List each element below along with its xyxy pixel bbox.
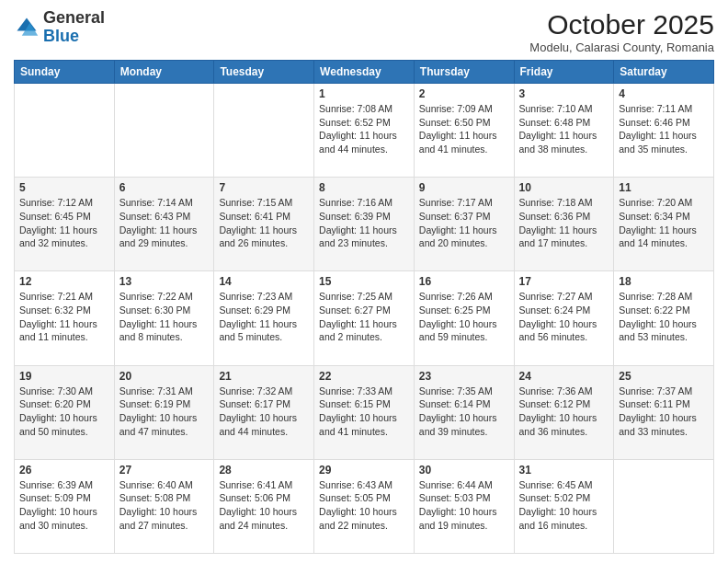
day-info: Sunrise: 7:12 AM Sunset: 6:45 PM Dayligh… xyxy=(19,196,109,250)
calendar-cell xyxy=(614,459,714,553)
calendar-cell: 15Sunrise: 7:25 AM Sunset: 6:27 PM Dayli… xyxy=(314,271,415,365)
weekday-header: Monday xyxy=(114,61,214,84)
weekday-header: Tuesday xyxy=(214,61,314,84)
day-info: Sunrise: 7:32 AM Sunset: 6:17 PM Dayligh… xyxy=(219,385,309,439)
calendar-cell xyxy=(114,84,214,178)
day-number: 10 xyxy=(519,181,609,194)
day-number: 26 xyxy=(19,464,109,477)
day-number: 19 xyxy=(19,370,109,383)
day-number: 23 xyxy=(419,370,509,383)
calendar-cell: 8Sunrise: 7:16 AM Sunset: 6:39 PM Daylig… xyxy=(314,178,415,271)
calendar-cell: 18Sunrise: 7:28 AM Sunset: 6:22 PM Dayli… xyxy=(614,271,714,365)
calendar-week-row: 12Sunrise: 7:21 AM Sunset: 6:32 PM Dayli… xyxy=(15,271,714,365)
calendar-cell: 20Sunrise: 7:31 AM Sunset: 6:19 PM Dayli… xyxy=(114,365,214,459)
calendar-cell: 21Sunrise: 7:32 AM Sunset: 6:17 PM Dayli… xyxy=(214,365,314,459)
calendar-cell: 31Sunrise: 6:45 AM Sunset: 5:02 PM Dayli… xyxy=(514,459,614,553)
weekday-header: Sunday xyxy=(15,61,115,84)
day-info: Sunrise: 6:44 AM Sunset: 5:03 PM Dayligh… xyxy=(419,478,509,533)
day-number: 20 xyxy=(119,370,210,383)
calendar-cell xyxy=(214,84,314,178)
day-number: 15 xyxy=(319,275,409,288)
day-info: Sunrise: 7:10 AM Sunset: 6:48 PM Dayligh… xyxy=(519,102,609,156)
day-number: 9 xyxy=(419,181,509,194)
calendar-cell: 10Sunrise: 7:18 AM Sunset: 6:36 PM Dayli… xyxy=(514,178,614,271)
day-number: 25 xyxy=(619,370,709,383)
calendar-cell: 5Sunrise: 7:12 AM Sunset: 6:45 PM Daylig… xyxy=(15,178,115,271)
day-number: 3 xyxy=(519,87,609,100)
day-info: Sunrise: 7:11 AM Sunset: 6:46 PM Dayligh… xyxy=(619,102,709,156)
day-number: 28 xyxy=(219,464,309,477)
day-info: Sunrise: 7:18 AM Sunset: 6:36 PM Dayligh… xyxy=(519,196,609,250)
day-info: Sunrise: 6:45 AM Sunset: 5:02 PM Dayligh… xyxy=(519,478,609,533)
calendar-cell: 2Sunrise: 7:09 AM Sunset: 6:50 PM Daylig… xyxy=(414,84,514,178)
day-info: Sunrise: 7:30 AM Sunset: 6:20 PM Dayligh… xyxy=(19,385,109,439)
day-info: Sunrise: 6:41 AM Sunset: 5:06 PM Dayligh… xyxy=(219,478,309,533)
calendar-cell: 28Sunrise: 6:41 AM Sunset: 5:06 PM Dayli… xyxy=(214,459,314,553)
weekday-header: Thursday xyxy=(414,61,514,84)
day-number: 22 xyxy=(319,370,409,383)
logo-general-text: General xyxy=(43,8,105,27)
day-number: 30 xyxy=(419,464,509,477)
day-number: 13 xyxy=(119,275,210,288)
calendar-cell: 6Sunrise: 7:14 AM Sunset: 6:43 PM Daylig… xyxy=(114,178,214,271)
page: General Blue October 2025 Modelu, Calara… xyxy=(0,0,728,563)
calendar-cell: 22Sunrise: 7:33 AM Sunset: 6:15 PM Dayli… xyxy=(314,365,415,459)
calendar-cell: 13Sunrise: 7:22 AM Sunset: 6:30 PM Dayli… xyxy=(114,271,214,365)
day-info: Sunrise: 7:37 AM Sunset: 6:11 PM Dayligh… xyxy=(619,385,709,439)
day-info: Sunrise: 7:26 AM Sunset: 6:25 PM Dayligh… xyxy=(419,290,509,344)
day-number: 2 xyxy=(419,87,509,100)
day-info: Sunrise: 7:21 AM Sunset: 6:32 PM Dayligh… xyxy=(19,290,109,344)
day-number: 8 xyxy=(319,181,409,194)
day-number: 29 xyxy=(319,464,409,477)
location: Modelu, Calarasi County, Romania xyxy=(529,40,714,54)
day-info: Sunrise: 6:40 AM Sunset: 5:08 PM Dayligh… xyxy=(119,478,210,533)
day-info: Sunrise: 7:09 AM Sunset: 6:50 PM Dayligh… xyxy=(419,102,509,156)
day-info: Sunrise: 7:16 AM Sunset: 6:39 PM Dayligh… xyxy=(319,196,409,250)
calendar-cell: 1Sunrise: 7:08 AM Sunset: 6:52 PM Daylig… xyxy=(314,84,415,178)
weekday-header: Saturday xyxy=(614,61,714,84)
day-number: 27 xyxy=(119,464,210,477)
day-number: 17 xyxy=(519,275,609,288)
calendar-cell: 3Sunrise: 7:10 AM Sunset: 6:48 PM Daylig… xyxy=(514,84,614,178)
calendar-cell: 26Sunrise: 6:39 AM Sunset: 5:09 PM Dayli… xyxy=(15,459,115,553)
logo-blue-text: Blue xyxy=(43,27,79,45)
day-number: 31 xyxy=(519,464,609,477)
month-year: October 2025 xyxy=(529,9,714,40)
day-number: 16 xyxy=(419,275,509,288)
day-info: Sunrise: 7:28 AM Sunset: 6:22 PM Dayligh… xyxy=(619,290,709,344)
logo-icon xyxy=(14,15,40,40)
day-info: Sunrise: 7:31 AM Sunset: 6:19 PM Dayligh… xyxy=(119,385,210,439)
day-info: Sunrise: 7:25 AM Sunset: 6:27 PM Dayligh… xyxy=(319,290,409,344)
calendar-cell: 23Sunrise: 7:35 AM Sunset: 6:14 PM Dayli… xyxy=(414,365,514,459)
header: General Blue October 2025 Modelu, Calara… xyxy=(14,9,714,54)
day-info: Sunrise: 7:23 AM Sunset: 6:29 PM Dayligh… xyxy=(219,290,309,344)
calendar-cell: 16Sunrise: 7:26 AM Sunset: 6:25 PM Dayli… xyxy=(414,271,514,365)
day-info: Sunrise: 7:08 AM Sunset: 6:52 PM Dayligh… xyxy=(319,102,409,156)
day-info: Sunrise: 7:35 AM Sunset: 6:14 PM Dayligh… xyxy=(419,385,509,439)
day-info: Sunrise: 7:20 AM Sunset: 6:34 PM Dayligh… xyxy=(619,196,709,250)
day-number: 18 xyxy=(619,275,709,288)
day-number: 21 xyxy=(219,370,309,383)
title-block: October 2025 Modelu, Calarasi County, Ro… xyxy=(529,9,714,54)
calendar-cell: 14Sunrise: 7:23 AM Sunset: 6:29 PM Dayli… xyxy=(214,271,314,365)
day-number: 14 xyxy=(219,275,309,288)
weekday-header: Friday xyxy=(514,61,614,84)
day-number: 1 xyxy=(319,87,409,100)
day-info: Sunrise: 7:36 AM Sunset: 6:12 PM Dayligh… xyxy=(519,385,609,439)
day-number: 11 xyxy=(619,181,709,194)
calendar-cell: 4Sunrise: 7:11 AM Sunset: 6:46 PM Daylig… xyxy=(614,84,714,178)
calendar-cell: 9Sunrise: 7:17 AM Sunset: 6:37 PM Daylig… xyxy=(414,178,514,271)
logo: General Blue xyxy=(14,9,105,46)
day-info: Sunrise: 7:17 AM Sunset: 6:37 PM Dayligh… xyxy=(419,196,509,250)
calendar-week-row: 19Sunrise: 7:30 AM Sunset: 6:20 PM Dayli… xyxy=(15,365,714,459)
weekday-header: Wednesday xyxy=(314,61,415,84)
calendar-week-row: 1Sunrise: 7:08 AM Sunset: 6:52 PM Daylig… xyxy=(15,84,714,178)
calendar-cell: 11Sunrise: 7:20 AM Sunset: 6:34 PM Dayli… xyxy=(614,178,714,271)
calendar-cell: 27Sunrise: 6:40 AM Sunset: 5:08 PM Dayli… xyxy=(114,459,214,553)
calendar-cell: 25Sunrise: 7:37 AM Sunset: 6:11 PM Dayli… xyxy=(614,365,714,459)
calendar-week-row: 5Sunrise: 7:12 AM Sunset: 6:45 PM Daylig… xyxy=(15,178,714,271)
calendar-cell: 12Sunrise: 7:21 AM Sunset: 6:32 PM Dayli… xyxy=(15,271,115,365)
day-info: Sunrise: 6:39 AM Sunset: 5:09 PM Dayligh… xyxy=(19,478,109,533)
calendar-cell: 30Sunrise: 6:44 AM Sunset: 5:03 PM Dayli… xyxy=(414,459,514,553)
day-number: 12 xyxy=(19,275,109,288)
